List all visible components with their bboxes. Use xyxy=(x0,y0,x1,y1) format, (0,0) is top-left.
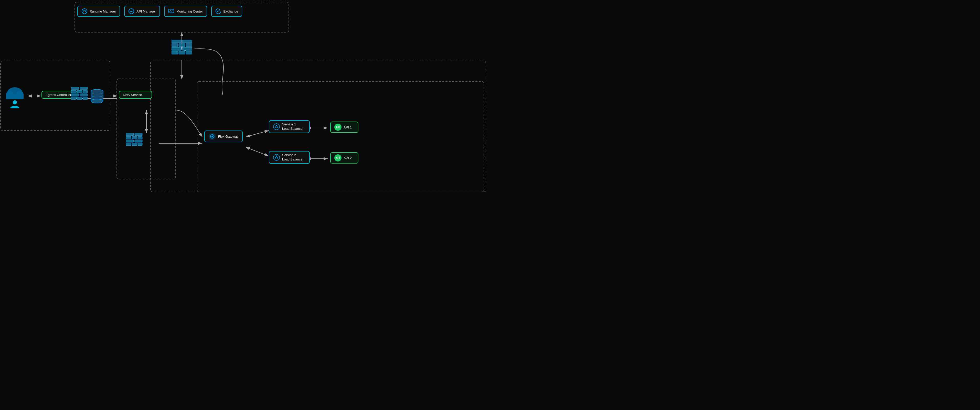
svg-rect-29 xyxy=(172,43,178,46)
control-plane-bar: Runtime Manager API API Manager Monitori… xyxy=(77,6,242,17)
cylinder-connector xyxy=(90,89,104,105)
api1-box: API API 1 xyxy=(330,122,358,133)
firewall-dns-icon xyxy=(126,133,143,148)
cloud-user-icon xyxy=(5,86,25,109)
api2-badge: API xyxy=(334,154,342,162)
api2-box: API API 2 xyxy=(330,152,358,164)
diagram-container: Runtime Manager API API Manager Monitori… xyxy=(0,0,490,205)
svg-rect-45 xyxy=(77,91,82,93)
flex-gateway-label: Flex Gateway xyxy=(218,135,239,138)
svg-rect-31 xyxy=(186,43,192,46)
svg-line-17 xyxy=(246,147,269,156)
svg-rect-67 xyxy=(132,143,137,146)
svg-rect-50 xyxy=(77,97,82,100)
exchange-item[interactable]: Exchange xyxy=(211,6,242,17)
svg-point-26 xyxy=(217,11,218,12)
svg-rect-63 xyxy=(138,137,142,139)
svg-rect-33 xyxy=(182,47,192,51)
svg-rect-6 xyxy=(151,61,486,192)
flex-gateway-box: Flex Gateway xyxy=(204,130,243,142)
cylinder-icon xyxy=(90,89,104,104)
svg-rect-62 xyxy=(132,137,137,139)
service1-box: Service 1 Load Balancer xyxy=(269,120,310,133)
api2-label: API 2 xyxy=(344,156,352,160)
egress-controller-label: Egress Controller xyxy=(46,93,71,97)
svg-point-71 xyxy=(274,124,280,130)
svg-point-41 xyxy=(13,100,17,105)
svg-point-21 xyxy=(82,9,87,14)
svg-text:API: API xyxy=(130,10,134,13)
svg-rect-60 xyxy=(135,133,142,136)
firewall-dns xyxy=(126,133,143,149)
svg-rect-34 xyxy=(172,51,178,54)
svg-rect-32 xyxy=(172,47,181,51)
exchange-icon xyxy=(215,8,221,14)
dns-service-box: DNS Service xyxy=(119,91,152,99)
api-manager-icon: API xyxy=(128,8,134,14)
monitoring-center-label: Monitoring Center xyxy=(177,10,203,13)
service2-box: Service 2 Load Balancer xyxy=(269,151,310,164)
svg-point-70 xyxy=(212,136,213,137)
svg-rect-35 xyxy=(179,51,185,54)
monitoring-center-item[interactable]: Monitoring Center xyxy=(164,6,207,17)
api1-badge: API xyxy=(334,124,342,131)
svg-rect-64 xyxy=(126,140,134,142)
runtime-icon xyxy=(81,8,88,14)
svg-rect-65 xyxy=(135,140,142,142)
firewall-egress-icon xyxy=(71,87,88,102)
runtime-manager-item[interactable]: Runtime Manager xyxy=(77,6,120,17)
dns-service-label: DNS Service xyxy=(123,93,142,97)
exchange-label: Exchange xyxy=(223,10,239,13)
flex-gateway-icon xyxy=(208,133,216,140)
firewall-top xyxy=(172,40,192,59)
svg-point-54 xyxy=(91,99,103,103)
svg-rect-51 xyxy=(83,97,88,100)
svg-rect-61 xyxy=(126,137,131,139)
svg-rect-27 xyxy=(172,40,181,43)
runtime-manager-label: Runtime Manager xyxy=(90,10,116,13)
svg-rect-66 xyxy=(126,143,131,146)
api-manager-label: API Manager xyxy=(137,10,156,13)
svg-point-25 xyxy=(219,9,220,10)
svg-point-73 xyxy=(274,154,280,161)
service1-icon xyxy=(273,123,280,130)
monitoring-icon xyxy=(168,8,174,14)
svg-rect-49 xyxy=(71,97,76,100)
firewall-egress xyxy=(71,87,88,103)
api-manager-item[interactable]: API API Manager xyxy=(124,6,160,17)
svg-rect-28 xyxy=(182,40,192,43)
firewall-top-icon xyxy=(172,40,192,57)
svg-rect-44 xyxy=(71,91,76,93)
svg-rect-47 xyxy=(71,94,79,96)
svg-rect-40 xyxy=(6,94,24,99)
service1-label: Service 1 Load Balancer xyxy=(282,122,304,131)
svg-rect-48 xyxy=(80,94,88,96)
service2-label: Service 2 Load Balancer xyxy=(282,153,304,162)
svg-rect-42 xyxy=(71,87,79,90)
cloud-user-group xyxy=(5,86,25,110)
svg-rect-46 xyxy=(83,91,88,93)
svg-rect-59 xyxy=(126,133,134,136)
svg-rect-43 xyxy=(80,87,88,90)
svg-rect-36 xyxy=(186,51,192,54)
svg-rect-68 xyxy=(138,143,142,146)
service2-icon xyxy=(273,154,280,161)
svg-rect-30 xyxy=(179,43,185,46)
api1-label: API 1 xyxy=(344,126,352,129)
svg-line-16 xyxy=(246,130,269,137)
